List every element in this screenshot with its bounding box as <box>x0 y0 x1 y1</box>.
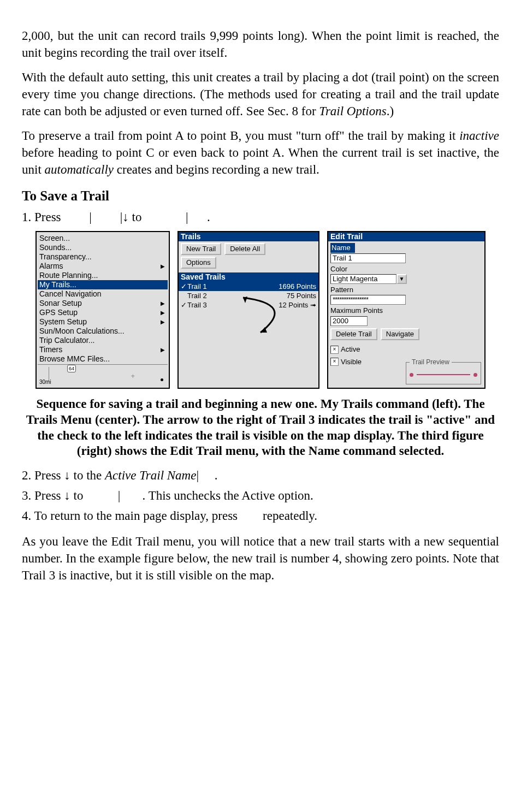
paragraph-1: 2,000, but the unit can record trails 9,… <box>22 27 499 61</box>
delete-all-button[interactable]: Delete All <box>224 243 265 255</box>
trail-name: Trail 1 <box>187 282 279 291</box>
options-button[interactable]: Options <box>181 257 216 269</box>
submenu-arrow-icon: ▶ <box>161 345 166 354</box>
color-combo[interactable]: Light Magenta ▼ <box>330 274 407 284</box>
paragraph-3: To preserve a trail from point A to poin… <box>22 127 499 178</box>
active-checkbox[interactable]: × Active <box>330 345 360 354</box>
maximum-points-label: Maximum Points <box>330 305 482 316</box>
menu-item-label: Timers <box>39 345 62 354</box>
menu-item-label: Transparency... <box>39 252 92 262</box>
menu-item[interactable]: Sounds... <box>38 243 168 252</box>
menu-item[interactable]: Cancel Navigation <box>38 289 168 299</box>
step1-c: |↓ to <box>120 210 145 224</box>
menu-item[interactable]: Trip Calculator... <box>38 336 168 345</box>
step1-sep2: | <box>186 210 188 224</box>
checkbox-checked-icon: × <box>330 346 339 354</box>
step3-b: | <box>118 489 121 502</box>
name-label: Name <box>330 243 355 253</box>
step-1: 1. Press | |↓ to | . <box>22 209 499 226</box>
menu-item[interactable]: Alarms▶ <box>38 262 168 271</box>
paragraph-2: With the default auto setting, this unit… <box>22 69 499 120</box>
navigate-button[interactable]: Navigate <box>381 328 419 340</box>
trail-points: 1696 Points <box>279 282 316 291</box>
trail-name: Trail 3 <box>187 300 279 310</box>
screenshot-row: Screen...Sounds...Transparency...Alarms▶… <box>22 231 499 389</box>
delete-trail-button[interactable]: Delete Trail <box>330 328 377 340</box>
saved-trails-label: Saved Trails <box>179 272 318 282</box>
menu-item[interactable]: System Setup▶ <box>38 317 168 327</box>
checkbox-checked-icon: × <box>330 358 339 366</box>
name-field[interactable]: Trail 1 <box>330 253 406 263</box>
step-2: 2. Press ↓ to the Active Trail Name| . <box>22 467 499 484</box>
color-value: Light Magenta <box>330 274 396 284</box>
trail-row[interactable]: ✓Trail 11696 Points <box>179 282 318 291</box>
p3-i2: automatically <box>45 163 114 176</box>
step3-c: . This unchecks the Active option. <box>143 489 313 502</box>
p3-c: creates and begins recording a new trail… <box>114 163 319 176</box>
trail-name: Trail 2 <box>187 291 287 300</box>
menu-item[interactable]: Screen... <box>38 234 168 243</box>
menu-item[interactable]: Transparency... <box>38 252 168 262</box>
paragraph-4: As you leave the Edit Trail menu, you wi… <box>22 533 499 584</box>
edit-trail-window: Edit Trail Name Trail 1 Color Light Mage… <box>327 231 486 389</box>
p2-b: .) <box>387 104 394 118</box>
color-label: Color <box>330 263 482 274</box>
step1-a: 1. Press <box>22 210 64 224</box>
step1-e: . <box>207 210 210 224</box>
step2-i: Active Trail Name <box>105 469 196 482</box>
menu-item[interactable]: Route Planning... <box>38 271 168 280</box>
menu-item-label: Sun/Moon Calculations... <box>39 327 125 336</box>
chevron-down-icon[interactable]: ▼ <box>396 274 407 284</box>
p2-a: With the default auto setting, this unit… <box>22 70 499 118</box>
trail-row[interactable]: Trail 275 Points <box>179 291 318 300</box>
menu-item[interactable]: Timers▶ <box>38 345 168 354</box>
menu-item-label: Cancel Navigation <box>39 289 102 299</box>
menu-item-label: Alarms <box>39 262 63 271</box>
step-4: 4. To return to the main page display, p… <box>22 507 499 524</box>
menu-item-label: Screen... <box>39 234 70 243</box>
step2-b: | <box>196 469 199 482</box>
menu-item-label: Sonar Setup <box>39 299 82 308</box>
trails-window: Trails New Trail Delete All Options Save… <box>177 231 319 389</box>
trail-points: 75 Points <box>287 291 316 300</box>
menu-item-label: GPS Setup <box>39 308 78 317</box>
menu-window: Screen...Sounds...Transparency...Alarms▶… <box>35 231 170 389</box>
menu-item-label: System Setup <box>39 317 87 327</box>
step3-a: 3. Press ↓ to <box>22 489 86 502</box>
pattern-label: Pattern <box>330 284 482 295</box>
preview-line-icon <box>417 374 470 375</box>
preview-dot-icon <box>473 373 477 377</box>
menu-item[interactable]: Sonar Setup▶ <box>38 299 168 308</box>
active-checkbox-label: Active <box>341 345 360 354</box>
submenu-arrow-icon: ▶ <box>161 262 166 271</box>
figure-caption: Sequence for saving a trail and beginnin… <box>22 396 499 459</box>
map-scale-label: 30mi <box>39 378 51 386</box>
preview-dot-icon <box>410 373 413 377</box>
section-to-save-a-trail: To Save a Trail <box>22 187 499 205</box>
trail-row[interactable]: ✓Trail 312 Points ➟ <box>179 300 318 310</box>
trail-preview-group: Trail Preview <box>406 358 481 384</box>
menu-item[interactable]: GPS Setup▶ <box>38 308 168 317</box>
menu-item[interactable]: Sun/Moon Calculations... <box>38 327 168 336</box>
visible-checkbox-label: Visible <box>341 357 362 367</box>
trail-points: 12 Points ➟ <box>279 300 316 310</box>
p2-italic: Trail Options <box>319 104 386 118</box>
menu-item-label: Trip Calculator... <box>39 336 94 345</box>
menu-item-label: Route Planning... <box>39 271 98 280</box>
pattern-field[interactable]: **************** <box>330 295 406 305</box>
maximum-points-field[interactable]: 2000 <box>330 316 368 326</box>
step4-a: 4. To return to the main page display, p… <box>22 509 241 523</box>
p3-i1: inactive <box>459 129 499 143</box>
menu-item[interactable]: Browse MMC Files... <box>38 354 168 364</box>
map-cursor-icon: + <box>131 371 135 381</box>
menu-item-label: Browse MMC Files... <box>39 354 110 364</box>
p3-a: To preserve a trail from point A to poin… <box>22 129 459 143</box>
step-3: 3. Press ↓ to | . This unchecks the Acti… <box>22 487 499 504</box>
menu-item[interactable]: My Trails... <box>38 280 168 289</box>
visible-checkbox[interactable]: × Visible <box>330 357 362 367</box>
map-highway-badge: 64 <box>67 365 76 372</box>
step2-a: 2. Press ↓ to the <box>22 469 105 482</box>
trail-visible-check-icon: ✓ <box>181 282 187 291</box>
edit-trail-header: Edit Trail <box>328 232 484 241</box>
new-trail-button[interactable]: New Trail <box>181 243 221 255</box>
